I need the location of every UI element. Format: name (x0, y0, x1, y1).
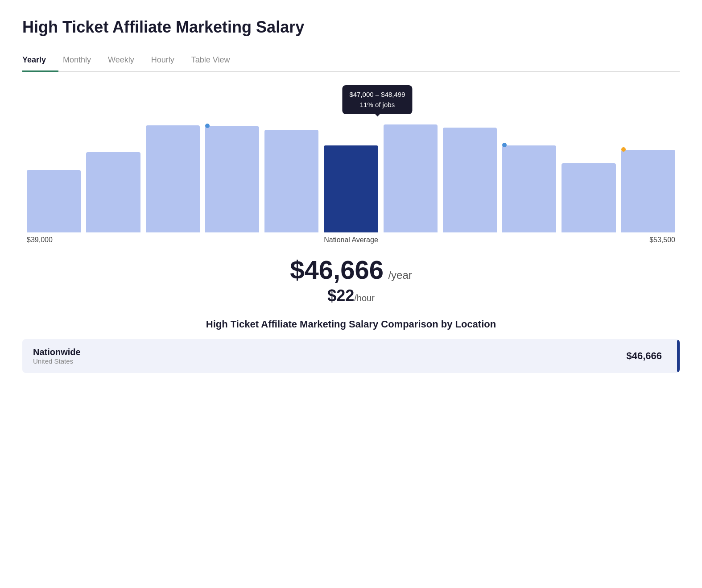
bar-dot-blue (205, 124, 210, 128)
tab-yearly[interactable]: Yearly (22, 50, 58, 71)
bar-wrapper (562, 163, 615, 232)
bar-dot-orange (621, 147, 626, 152)
location-name: Nationwide (33, 347, 626, 357)
bar[interactable] (86, 152, 140, 232)
tab-hourly[interactable]: Hourly (151, 50, 187, 71)
salary-section: $46,666 /year $22/hour (22, 255, 680, 305)
comparison-row: Nationwide United States $46,666 (22, 339, 680, 373)
bar-wrapper (146, 125, 200, 232)
comparison-salary: $46,666 (626, 350, 662, 362)
bar-wrapper (324, 145, 378, 232)
chart-national-label: National Average (324, 236, 378, 244)
bar[interactable] (443, 128, 497, 232)
location-sub: United States (33, 357, 626, 365)
salary-yearly-row: $46,666 /year (22, 255, 680, 285)
salary-hourly-value: $22/hour (22, 286, 680, 305)
bar-wrapper (502, 145, 556, 232)
bar-wrapper (443, 128, 497, 232)
bar-wrapper (205, 126, 259, 232)
bar-wrapper (27, 170, 81, 232)
bar-wrapper (264, 130, 318, 232)
bar[interactable] (264, 130, 318, 232)
bar[interactable] (324, 145, 378, 232)
page-title: High Ticket Affiliate Marketing Salary (22, 18, 680, 37)
comparison-location: Nationwide United States (33, 347, 626, 365)
chart-left-label: $39,000 (27, 236, 53, 244)
comparison-title: High Ticket Affiliate Marketing Salary C… (22, 319, 680, 330)
bar[interactable] (146, 125, 200, 232)
tab-weekly[interactable]: Weekly (108, 50, 147, 71)
bar-wrapper (86, 152, 140, 232)
bar-dot-blue (502, 143, 507, 147)
tab-monthly[interactable]: Monthly (63, 50, 103, 71)
chart-area: $47,000 – $48,499 11% of jobs $39,000 Na… (22, 81, 680, 244)
tabs-container: Yearly Monthly Weekly Hourly Table View (22, 50, 680, 72)
chart-labels: $39,000 National Average $53,500 (22, 232, 680, 244)
salary-yearly-value: $46,666 (290, 255, 384, 284)
bar[interactable] (502, 145, 556, 232)
tooltip-percent: 11% of jobs (349, 100, 405, 110)
bar-wrapper (384, 124, 438, 232)
comparison-bar-indicator (677, 340, 680, 372)
bar-wrapper (621, 150, 675, 232)
comparison-section: High Ticket Affiliate Marketing Salary C… (22, 319, 680, 373)
tooltip: $47,000 – $48,499 11% of jobs (342, 85, 412, 114)
bar[interactable] (205, 126, 259, 232)
chart-right-label: $53,500 (649, 236, 675, 244)
tab-tableview[interactable]: Table View (191, 50, 243, 71)
bar[interactable] (562, 163, 615, 232)
salary-hourly-row: $22/hour (22, 286, 680, 305)
salary-yearly-unit: /year (388, 269, 412, 281)
bar[interactable] (621, 150, 675, 232)
bar[interactable] (384, 124, 438, 232)
tooltip-range: $47,000 – $48,499 (349, 90, 405, 100)
bar[interactable] (27, 170, 81, 232)
